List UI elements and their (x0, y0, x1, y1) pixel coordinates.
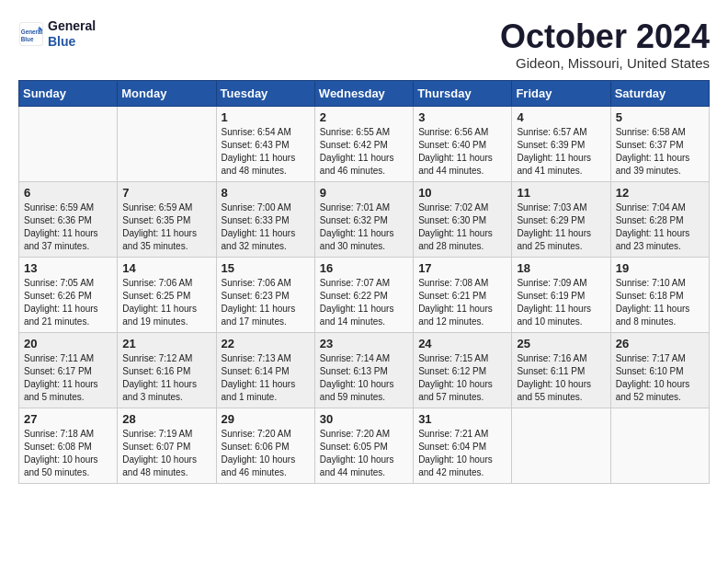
cell-content: Sunrise: 7:00 AM Sunset: 6:33 PM Dayligh… (222, 201, 310, 253)
cell-content: Sunrise: 6:57 AM Sunset: 6:39 PM Dayligh… (517, 126, 605, 178)
cell-content: Sunrise: 7:06 AM Sunset: 6:23 PM Dayligh… (222, 277, 310, 328)
calendar-cell: 2Sunrise: 6:55 AM Sunset: 6:42 PM Daylig… (314, 106, 413, 181)
cell-content: Sunrise: 7:07 AM Sunset: 6:22 PM Dayligh… (320, 277, 408, 328)
calendar-cell: 20Sunrise: 7:11 AM Sunset: 6:17 PM Dayli… (19, 332, 118, 408)
day-number: 17 (418, 261, 506, 275)
day-number: 31 (418, 412, 506, 426)
cell-content: Sunrise: 7:04 AM Sunset: 6:28 PM Dayligh… (616, 201, 704, 253)
calendar-table: SundayMondayTuesdayWednesdayThursdayFrid… (18, 80, 710, 484)
calendar-cell: 25Sunrise: 7:16 AM Sunset: 6:11 PM Dayli… (512, 332, 610, 408)
title-block: October 2024 Gideon, Missouri, United St… (500, 18, 710, 71)
cell-content: Sunrise: 7:19 AM Sunset: 6:07 PM Dayligh… (122, 428, 210, 479)
day-number: 24 (418, 337, 506, 350)
calendar-cell: 17Sunrise: 7:08 AM Sunset: 6:21 PM Dayli… (414, 257, 512, 332)
calendar-cell (19, 106, 118, 181)
cell-content: Sunrise: 7:14 AM Sunset: 6:13 PM Dayligh… (320, 352, 408, 404)
calendar-cell: 11Sunrise: 7:03 AM Sunset: 6:29 PM Dayli… (512, 181, 610, 257)
calendar-cell: 21Sunrise: 7:12 AM Sunset: 6:16 PM Dayli… (118, 332, 216, 408)
cell-content: Sunrise: 7:18 AM Sunset: 6:08 PM Dayligh… (24, 428, 112, 479)
week-row-4: 20Sunrise: 7:11 AM Sunset: 6:17 PM Dayli… (19, 332, 710, 408)
day-number: 27 (24, 412, 112, 426)
day-number: 20 (24, 337, 112, 350)
cell-content: Sunrise: 7:09 AM Sunset: 6:19 PM Dayligh… (517, 277, 605, 328)
logo-text: General Blue (48, 18, 96, 50)
calendar-cell: 14Sunrise: 7:06 AM Sunset: 6:25 PM Dayli… (118, 257, 216, 332)
calendar-cell: 1Sunrise: 6:54 AM Sunset: 6:43 PM Daylig… (216, 106, 314, 181)
cell-content: Sunrise: 6:55 AM Sunset: 6:42 PM Dayligh… (320, 126, 408, 178)
calendar-cell: 22Sunrise: 7:13 AM Sunset: 6:14 PM Dayli… (216, 332, 314, 408)
day-number: 13 (24, 261, 112, 275)
calendar-cell (512, 408, 610, 483)
cell-content: Sunrise: 7:02 AM Sunset: 6:30 PM Dayligh… (418, 201, 506, 253)
cell-content: Sunrise: 7:01 AM Sunset: 6:32 PM Dayligh… (320, 201, 408, 253)
cell-content: Sunrise: 6:58 AM Sunset: 6:37 PM Dayligh… (616, 126, 704, 178)
day-number: 4 (517, 110, 605, 124)
day-number: 12 (616, 186, 704, 200)
calendar-cell: 23Sunrise: 7:14 AM Sunset: 6:13 PM Dayli… (314, 332, 413, 408)
header-thursday: Thursday (414, 80, 512, 106)
day-number: 6 (24, 186, 112, 200)
day-number: 19 (616, 261, 704, 275)
day-number: 21 (122, 337, 210, 350)
calendar-cell: 24Sunrise: 7:15 AM Sunset: 6:12 PM Dayli… (414, 332, 512, 408)
logo-icon: General Blue (18, 21, 44, 47)
cell-content: Sunrise: 7:06 AM Sunset: 6:25 PM Dayligh… (122, 277, 210, 328)
calendar-cell: 5Sunrise: 6:58 AM Sunset: 6:37 PM Daylig… (610, 106, 709, 181)
month-title: October 2024 (500, 18, 710, 55)
calendar-cell: 3Sunrise: 6:56 AM Sunset: 6:40 PM Daylig… (414, 106, 512, 181)
calendar-cell: 30Sunrise: 7:20 AM Sunset: 6:05 PM Dayli… (314, 408, 413, 483)
cell-content: Sunrise: 7:10 AM Sunset: 6:18 PM Dayligh… (616, 277, 704, 328)
header-monday: Monday (118, 80, 216, 106)
header-saturday: Saturday (610, 80, 709, 106)
logo: General Blue General Blue (18, 18, 96, 50)
day-number: 9 (320, 186, 408, 200)
cell-content: Sunrise: 7:21 AM Sunset: 6:04 PM Dayligh… (418, 428, 506, 479)
cell-content: Sunrise: 7:13 AM Sunset: 6:14 PM Dayligh… (222, 352, 310, 404)
cell-content: Sunrise: 6:59 AM Sunset: 6:36 PM Dayligh… (24, 201, 112, 253)
calendar-cell: 19Sunrise: 7:10 AM Sunset: 6:18 PM Dayli… (610, 257, 709, 332)
week-row-1: 1Sunrise: 6:54 AM Sunset: 6:43 PM Daylig… (19, 106, 710, 181)
header-friday: Friday (512, 80, 610, 106)
calendar-cell: 6Sunrise: 6:59 AM Sunset: 6:36 PM Daylig… (19, 181, 118, 257)
day-number: 29 (222, 412, 310, 426)
calendar-cell: 4Sunrise: 6:57 AM Sunset: 6:39 PM Daylig… (512, 106, 610, 181)
day-number: 3 (418, 110, 506, 124)
day-number: 28 (122, 412, 210, 426)
calendar-cell: 13Sunrise: 7:05 AM Sunset: 6:26 PM Dayli… (19, 257, 118, 332)
header-wednesday: Wednesday (314, 80, 413, 106)
day-number: 11 (517, 186, 605, 200)
day-number: 16 (320, 261, 408, 275)
cell-content: Sunrise: 6:59 AM Sunset: 6:35 PM Dayligh… (122, 201, 210, 253)
cell-content: Sunrise: 7:15 AM Sunset: 6:12 PM Dayligh… (418, 352, 506, 404)
week-row-3: 13Sunrise: 7:05 AM Sunset: 6:26 PM Dayli… (19, 257, 710, 332)
day-number: 26 (616, 337, 704, 350)
day-number: 23 (320, 337, 408, 350)
cell-content: Sunrise: 6:56 AM Sunset: 6:40 PM Dayligh… (418, 126, 506, 178)
cell-content: Sunrise: 7:16 AM Sunset: 6:11 PM Dayligh… (517, 352, 605, 404)
calendar-cell (610, 408, 709, 483)
cell-content: Sunrise: 7:05 AM Sunset: 6:26 PM Dayligh… (24, 277, 112, 328)
calendar-cell: 9Sunrise: 7:01 AM Sunset: 6:32 PM Daylig… (314, 181, 413, 257)
location: Gideon, Missouri, United States (500, 55, 710, 71)
calendar-cell: 26Sunrise: 7:17 AM Sunset: 6:10 PM Dayli… (610, 332, 709, 408)
calendar-cell (118, 106, 216, 181)
calendar-cell: 29Sunrise: 7:20 AM Sunset: 6:06 PM Dayli… (216, 408, 314, 483)
day-number: 7 (122, 186, 210, 200)
header-sunday: Sunday (19, 80, 118, 106)
cell-content: Sunrise: 7:08 AM Sunset: 6:21 PM Dayligh… (418, 277, 506, 328)
day-number: 2 (320, 110, 408, 124)
calendar-cell: 7Sunrise: 6:59 AM Sunset: 6:35 PM Daylig… (118, 181, 216, 257)
cell-content: Sunrise: 7:03 AM Sunset: 6:29 PM Dayligh… (517, 201, 605, 253)
cell-content: Sunrise: 7:11 AM Sunset: 6:17 PM Dayligh… (24, 352, 112, 404)
day-number: 5 (616, 110, 704, 124)
calendar-body: 1Sunrise: 6:54 AM Sunset: 6:43 PM Daylig… (19, 106, 710, 483)
cell-content: Sunrise: 7:20 AM Sunset: 6:05 PM Dayligh… (320, 428, 408, 479)
calendar-cell: 15Sunrise: 7:06 AM Sunset: 6:23 PM Dayli… (216, 257, 314, 332)
day-number: 8 (222, 186, 310, 200)
day-number: 1 (222, 110, 310, 124)
cell-content: Sunrise: 7:12 AM Sunset: 6:16 PM Dayligh… (122, 352, 210, 404)
day-number: 10 (418, 186, 506, 200)
calendar-cell: 18Sunrise: 7:09 AM Sunset: 6:19 PM Dayli… (512, 257, 610, 332)
cell-content: Sunrise: 7:17 AM Sunset: 6:10 PM Dayligh… (616, 352, 704, 404)
day-number: 14 (122, 261, 210, 275)
